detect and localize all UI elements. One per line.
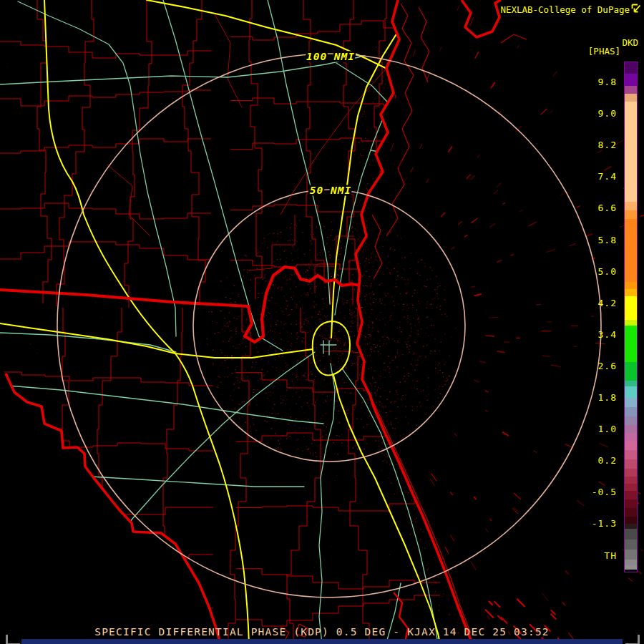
color-scale-segment — [625, 320, 637, 326]
color-scale-segment — [625, 459, 637, 469]
color-scale-tick-label: 0.2 — [580, 454, 617, 467]
status-bar-text: SPECIFIC DIFFERENTIAL PHASE (KDP) 0.5 DE… — [0, 626, 644, 638]
color-scale-segment — [625, 477, 637, 484]
color-scale-segment — [625, 469, 637, 477]
color-scale-segment — [625, 210, 637, 219]
color-scale-segment — [625, 74, 637, 86]
color-scale-segment — [625, 441, 637, 450]
color-scale-threshold-label: TH — [580, 550, 617, 562]
interstate-lines-yellow — [0, 0, 440, 644]
color-scale-segment — [625, 219, 637, 282]
color-scale-segment — [625, 560, 637, 565]
product-unit-bracket-label: [PHAS] — [588, 46, 620, 57]
frame-corner-left — [6, 635, 20, 644]
color-scale-segment — [625, 102, 637, 202]
frame-corner-right — [625, 635, 640, 644]
color-scale-segment — [625, 524, 637, 529]
color-scale-tick-label: 8.2 — [580, 139, 617, 152]
color-scale-segment — [625, 499, 637, 508]
range-ring-50nmi — [193, 190, 465, 462]
radar-product-screen: 100 NMI 50 NMI NEXLAB-College of DuPage … — [0, 0, 644, 644]
color-scale-tick-label: 5.8 — [580, 234, 617, 247]
cod-logo-icon — [631, 4, 642, 14]
color-scale-tick-label: 1.8 — [580, 391, 617, 404]
color-scale-tick-label: 1.0 — [580, 423, 617, 436]
color-scale-tick-label: 4.2 — [580, 297, 617, 310]
color-scale-segment — [625, 362, 637, 381]
color-scale-tick-label: 3.4 — [580, 328, 617, 341]
color-scale-segment — [625, 326, 637, 362]
color-scale-segment — [625, 484, 637, 491]
color-scale-segment — [625, 289, 637, 296]
color-scale-segment — [625, 517, 637, 524]
coastline — [0, 0, 501, 644]
color-scale-segment — [625, 282, 637, 289]
color-scale-bar — [624, 62, 638, 572]
color-scale-tick-label: 9.0 — [580, 107, 617, 120]
range-ring-label-50: 50 NMI — [310, 185, 351, 196]
color-scale-segment — [625, 529, 637, 540]
color-scale-segment — [625, 491, 637, 499]
color-scale-tick-label: -1.3 — [580, 517, 617, 530]
color-scale-segment — [625, 407, 637, 416]
color-scale-segment — [625, 94, 637, 102]
color-scale-tick-label: 9.8 — [580, 76, 617, 89]
color-scale-segment — [625, 508, 637, 517]
color-scale-segment — [625, 296, 637, 320]
color-scale-segment — [625, 433, 637, 441]
color-scale-segment — [625, 202, 637, 210]
color-scale-segment — [625, 398, 637, 407]
color-scale-segment — [625, 425, 637, 433]
color-scale-segment — [625, 86, 637, 94]
county-boundary-detail — [107, 14, 472, 436]
color-scale-segment — [625, 570, 637, 572]
range-ring-100nmi — [57, 54, 601, 597]
color-scale-tick-label: -0.5 — [580, 486, 617, 499]
radar-clutter-ocean — [319, 0, 644, 644]
range-rings — [57, 54, 601, 597]
color-scale-tick-label: 7.4 — [580, 170, 617, 183]
county-boundary-lines — [0, 0, 440, 644]
product-unit-label: DKD — [622, 37, 638, 48]
color-scale-segment — [625, 381, 637, 386]
color-scale-segment — [625, 450, 637, 459]
range-ring-label-100: 100 NMI — [306, 51, 355, 62]
color-scale-segment — [625, 416, 637, 425]
color-scale-segment — [625, 550, 637, 560]
color-scale-tick-label: 2.6 — [580, 360, 617, 373]
color-scale-segment — [625, 62, 637, 74]
bottom-navy-bar — [21, 639, 623, 644]
color-scale-segment — [625, 540, 637, 550]
color-scale-tick-label: 6.6 — [580, 202, 617, 215]
page-title: NEXLAB-College of DuPage — [500, 4, 630, 15]
color-scale-tick-label: 5.0 — [580, 265, 617, 278]
radar-map: 100 NMI 50 NMI — [0, 0, 644, 644]
color-scale-segment — [625, 386, 637, 398]
